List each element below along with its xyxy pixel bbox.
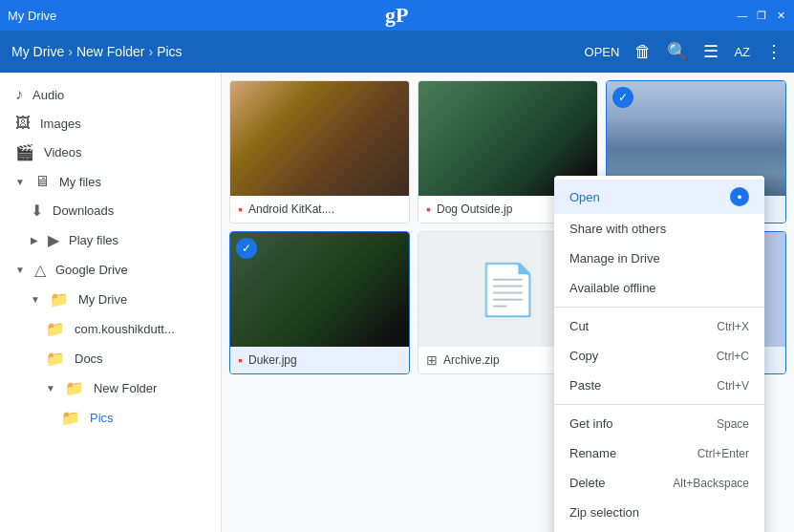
sidebar-item-googledrive[interactable]: ▼ △ Google Drive xyxy=(0,255,221,285)
ctx-share-label: Share with others xyxy=(569,222,666,236)
ctx-share[interactable]: Share with others xyxy=(554,214,764,244)
ctx-open[interactable]: Open ● xyxy=(554,180,764,214)
file-tile-4[interactable]: ✓ ▪ Duker.jpg xyxy=(229,231,410,374)
view-button[interactable]: ☰ xyxy=(703,41,719,62)
videos-icon: 🎬 xyxy=(15,143,34,161)
sidebar-item-images[interactable]: 🖼 Images xyxy=(0,109,221,138)
sidebar-item-audio[interactable]: ♪ Audio xyxy=(0,80,221,109)
myfiles-expand-icon: ▼ xyxy=(15,177,25,187)
ctx-copy[interactable]: Copy Ctrl+C xyxy=(554,341,764,371)
file-type-icon-5: ⊞ xyxy=(426,352,438,368)
ctx-rename[interactable]: Rename Ctrl+Enter xyxy=(554,438,764,468)
file-name-1: Android KitKat.... xyxy=(248,202,401,216)
ctx-zip-label: Zip selection xyxy=(569,505,639,520)
ctx-rename-shortcut: Ctrl+Enter xyxy=(697,447,749,460)
gp-logo: gP xyxy=(385,3,408,28)
ctx-zip[interactable]: Zip selection xyxy=(554,498,764,527)
sidebar-item-myfiles-label: My files xyxy=(59,175,101,189)
sidebar-item-com[interactable]: 📁 com.koushikdutt... xyxy=(0,314,221,344)
sidebar-item-mydrive-label: My Drive xyxy=(78,292,127,307)
check-circle-3: ✓ xyxy=(612,87,633,108)
ctx-manage[interactable]: Manage in Drive xyxy=(554,244,764,273)
images-icon: 🖼 xyxy=(15,115,31,132)
main-layout: ♪ Audio 🖼 Images 🎬 Videos ▼ 🖥 My files ⬇… xyxy=(0,73,794,532)
ctx-divider-2 xyxy=(554,404,764,405)
sidebar-item-googledrive-label: Google Drive xyxy=(55,263,128,277)
ctx-paste-label: Paste xyxy=(569,378,601,393)
zip-icon-5: 📄 xyxy=(477,261,539,319)
sidebar-item-downloads-label: Downloads xyxy=(53,203,114,218)
sidebar-item-playfiles[interactable]: ▶ ▶ Play files xyxy=(0,225,221,255)
open-button[interactable]: OPEN xyxy=(585,45,620,59)
breadcrumb-small: My Drive xyxy=(8,9,56,23)
sidebar-item-myfiles[interactable]: ▼ 🖥 My files xyxy=(0,167,221,196)
context-menu: Open ● Share with others Manage in Drive… xyxy=(554,176,764,532)
file-tile-1[interactable]: ▪ Android KitKat.... xyxy=(229,80,410,223)
file-type-icon-4: ▪ xyxy=(238,352,243,368)
grid-icon: ☰ xyxy=(703,41,719,62)
newfolder-expand-icon: ▼ xyxy=(46,383,55,394)
ctx-cut[interactable]: Cut Ctrl+X xyxy=(554,311,764,341)
breadcrumb-sep2: › xyxy=(149,44,154,59)
file-info-4: ▪ Duker.jpg xyxy=(230,347,409,373)
titlebar: My Drive gP — ❐ ✕ xyxy=(0,0,794,31)
ctx-delete-shortcut: Alt+Backspace xyxy=(673,477,749,490)
ctx-offline-label: Available offline xyxy=(569,281,656,295)
content-area: ▪ Android KitKat.... ▪ Dog Outside.jp ✓ … xyxy=(222,73,794,532)
file-type-icon-1: ▪ xyxy=(238,202,243,217)
sidebar-item-downloads[interactable]: ⬇ Downloads xyxy=(0,196,221,225)
sidebar-item-newfolder-label: New Folder xyxy=(94,381,157,395)
ctx-open-icon: ● xyxy=(730,187,749,206)
search-icon: 🔍 xyxy=(667,41,688,62)
sidebar-item-videos-label: Videos xyxy=(44,145,82,160)
sidebar-item-mydrive[interactable]: ▼ 📁 My Drive xyxy=(0,285,221,314)
ctx-open-label: Open xyxy=(569,190,600,204)
sidebar-item-audio-label: Audio xyxy=(32,88,64,102)
file-thumbnail-1 xyxy=(230,81,409,196)
sidebar-item-newfolder[interactable]: ▼ 📁 New Folder xyxy=(0,373,221,403)
breadcrumb-sep1: › xyxy=(68,44,73,59)
docs-folder-icon: 📁 xyxy=(46,350,65,368)
breadcrumb-newfolder[interactable]: New Folder xyxy=(76,44,145,59)
googledrive-icon: △ xyxy=(34,261,46,279)
googledrive-expand-icon: ▼ xyxy=(15,265,25,275)
file-thumbnail-4: ✓ xyxy=(230,232,409,347)
delete-icon: 🗑 xyxy=(634,42,652,62)
ctx-copy-shortcut: Ctrl+C xyxy=(717,350,749,363)
ctx-delete-label: Delete xyxy=(569,476,606,490)
newfolder-icon: 📁 xyxy=(65,379,84,397)
sidebar: ♪ Audio 🖼 Images 🎬 Videos ▼ 🖥 My files ⬇… xyxy=(0,73,222,532)
window-controls: — ❐ ✕ xyxy=(737,10,786,21)
ctx-getinfo-label: Get info xyxy=(569,416,613,431)
sidebar-item-pics-label: Pics xyxy=(90,411,114,425)
ctx-getinfo-shortcut: Space xyxy=(717,417,749,431)
delete-button[interactable]: 🗑 xyxy=(634,42,652,62)
sidebar-item-pics[interactable]: 📁 Pics xyxy=(0,403,221,433)
app-logo-area: gP xyxy=(56,3,737,28)
more-button[interactable]: ⋮ xyxy=(765,41,783,62)
toolbar: My Drive › New Folder › Pics OPEN 🗑 🔍 ☰ … xyxy=(0,31,794,73)
file-type-icon-2: ▪ xyxy=(426,202,431,217)
ctx-paste[interactable]: Paste Ctrl+V xyxy=(554,371,764,400)
toolbar-actions: OPEN 🗑 🔍 ☰ AZ ⋮ xyxy=(585,41,783,62)
sort-button[interactable]: AZ xyxy=(734,45,750,59)
ctx-getinfo[interactable]: Get info Space xyxy=(554,409,764,438)
breadcrumb-mydrive[interactable]: My Drive xyxy=(11,44,64,59)
check-circle-4: ✓ xyxy=(236,238,257,259)
ctx-copy-label: Copy xyxy=(569,349,598,363)
breadcrumb-pics[interactable]: Pics xyxy=(157,44,182,59)
search-button[interactable]: 🔍 xyxy=(667,41,688,62)
ctx-newfolder[interactable]: New folder Ctrl+E xyxy=(554,527,764,532)
minimize-button[interactable]: — xyxy=(737,10,748,21)
myfiles-icon: 🖥 xyxy=(34,173,50,190)
sidebar-item-docs[interactable]: 📁 Docs xyxy=(0,344,221,373)
ctx-offline[interactable]: Available offline xyxy=(554,273,764,303)
pics-folder-icon: 📁 xyxy=(61,409,80,427)
ctx-rename-label: Rename xyxy=(569,446,616,460)
sidebar-item-videos[interactable]: 🎬 Videos xyxy=(0,138,221,167)
restore-button[interactable]: ❐ xyxy=(756,10,767,21)
title-mydrivelink[interactable]: My Drive xyxy=(8,9,56,23)
close-button[interactable]: ✕ xyxy=(775,10,786,21)
ctx-delete[interactable]: Delete Alt+Backspace xyxy=(554,468,764,498)
sidebar-item-com-label: com.koushikdutt... xyxy=(75,322,175,336)
